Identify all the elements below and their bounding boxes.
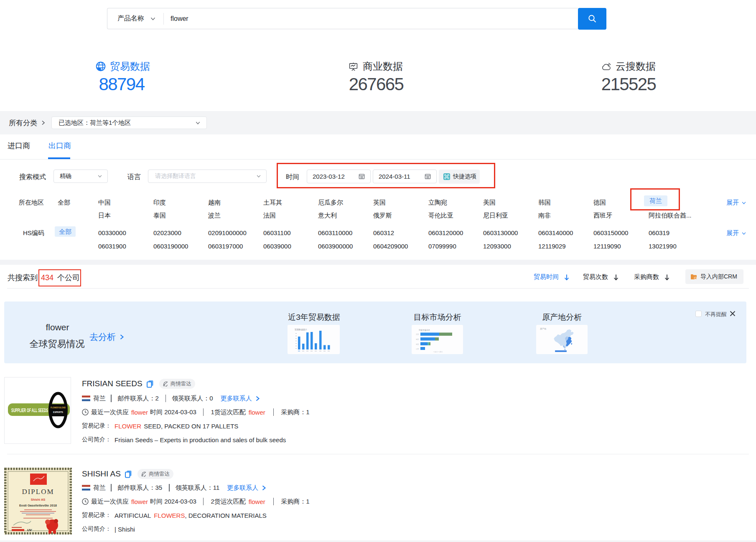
svg-text:原产地: 原产地 [540,327,546,330]
svg-text:EXPERTS: EXPERTS [53,411,63,413]
svg-text:FLOWER BLEND: FLOWER BLEND [51,406,66,409]
svg-text:SUPPLIER OF ALL SEEDS: SUPPLIER OF ALL SEEDS [11,407,48,413]
svg-text:英国: 英国 [416,344,419,345]
svg-text:德国: 德国 [416,339,419,340]
svg-text:目标市场排名: 目标市场排名 [419,329,430,332]
svg-text:DIPLOM: DIPLOM [22,488,54,496]
svg-text:▪ 出口 ▪ 进口: ▪ 出口 ▪ 进口 [433,351,443,353]
svg-text:法国: 法国 [416,348,419,350]
svg-text:贸易数据统计: 贸易数据统计 [295,328,307,331]
svg-text:Shishi AS: Shishi AS [31,498,46,501]
svg-text:美国: 美国 [416,334,419,335]
svg-text:UV: UV [27,528,32,532]
svg-text:Eesti Gasellettevõte 2018: Eesti Gasellettevõte 2018 [19,504,57,507]
